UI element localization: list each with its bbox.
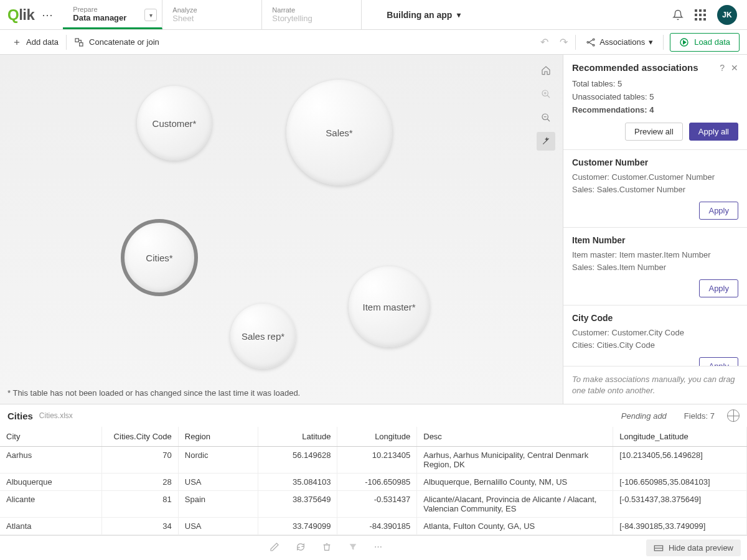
table-row[interactable]: Atlanta34USA33.749099-84.390185Atlanta, …: [0, 518, 747, 535]
hide-preview-label: Hide data preview: [669, 543, 733, 553]
bubble-sales[interactable]: Sales*: [286, 80, 392, 185]
chevron-down-icon: ▾: [649, 37, 653, 47]
add-data-button[interactable]: Add data: [5, 30, 66, 54]
recommendation-item: City Code Customer: Customer.City Code C…: [563, 305, 747, 365]
column-header[interactable]: Cities.City Code: [102, 427, 179, 447]
bubble-customer[interactable]: Customer*: [137, 86, 212, 161]
table-cell: -0.531437: [337, 491, 417, 518]
app-launcher-icon[interactable]: [695, 9, 706, 21]
hide-preview-button[interactable]: Hide data preview: [646, 539, 741, 556]
bubble-item-master[interactable]: Item master*: [349, 266, 430, 347]
nav-tab-prepare[interactable]: Prepare Data manager ▾: [63, 0, 162, 29]
table-cell: 38.375649: [258, 491, 337, 518]
globe-icon[interactable]: [727, 409, 740, 422]
column-header[interactable]: Longitude_Latitude: [613, 427, 747, 447]
column-header[interactable]: City: [0, 427, 102, 447]
rec-line: Item master: Item master.Item Number: [572, 249, 738, 261]
load-data-label: Load data: [694, 37, 730, 47]
svg-point-5: [593, 39, 595, 40]
chevron-down-icon[interactable]: ▾: [144, 9, 157, 21]
table-cell: 28: [102, 474, 179, 491]
more-icon[interactable]: ⋯: [374, 542, 382, 554]
svg-rect-2: [75, 39, 78, 42]
chevron-down-icon: ▾: [457, 11, 461, 19]
add-data-label: Add data: [26, 37, 59, 47]
table-cell: 81: [102, 491, 179, 518]
rec-line: Customer: Customer.Customer Number: [572, 171, 738, 184]
rec-title: Customer Number: [572, 157, 738, 167]
load-data-button[interactable]: Load data: [670, 33, 740, 52]
column-header[interactable]: Desc: [417, 427, 613, 447]
associations-canvas[interactable]: Customer* Sales* Cities* Item master* Sa…: [0, 55, 563, 404]
preview-status: Pending add: [621, 411, 667, 421]
more-icon[interactable]: ⋯: [39, 8, 55, 22]
column-header[interactable]: Longitude: [337, 427, 417, 447]
table-row[interactable]: Alicante81Spain38.375649-0.531437Alicant…: [0, 491, 747, 518]
bubble-sales-rep[interactable]: Sales rep*: [230, 304, 296, 369]
recommendations-panel: Recommended associations ? ✕ Total table…: [563, 55, 747, 404]
apply-button[interactable]: Apply: [699, 202, 738, 220]
refresh-icon[interactable]: [296, 542, 306, 554]
nav-label: Narrate: [272, 6, 351, 14]
nav-sublabel: Data manager: [73, 13, 152, 22]
table-cell: 70: [102, 447, 179, 474]
zoom-in-icon[interactable]: [537, 85, 555, 103]
associations-dropdown[interactable]: Associations ▾: [580, 37, 659, 47]
column-header[interactable]: Region: [178, 427, 258, 447]
edit-icon[interactable]: [270, 542, 280, 554]
apply-button[interactable]: Apply: [699, 279, 738, 297]
svg-point-4: [587, 41, 589, 43]
apply-button[interactable]: Apply: [699, 357, 738, 365]
svg-point-6: [593, 44, 595, 46]
table-cell: Nordic: [178, 447, 258, 474]
zoom-out-icon[interactable]: [537, 108, 555, 127]
filter-icon[interactable]: [348, 542, 358, 554]
table-cell: 56.149628: [258, 447, 337, 474]
bubble-cities[interactable]: Cities*: [125, 223, 194, 292]
preview-field-count: Fields: 7: [684, 411, 715, 421]
apply-all-button[interactable]: Apply all: [689, 123, 738, 141]
nav-sublabel: Storytelling: [272, 14, 351, 23]
preview-table: CityCities.City CodeRegionLatitudeLongit…: [0, 427, 747, 535]
nav-tab-narrate[interactable]: Narrate Storytelling: [262, 0, 362, 29]
help-icon[interactable]: ?: [720, 63, 725, 73]
table-cell: -84.390185: [337, 518, 417, 535]
redo-icon: ↷: [556, 36, 571, 48]
table-row[interactable]: Aarhus70Nordic56.14962810.213405Aarhus, …: [0, 447, 747, 474]
table-cell: Atlanta: [0, 518, 102, 535]
panel-hint: To make associations manually, you can d…: [563, 366, 747, 404]
magic-wand-icon[interactable]: [537, 132, 555, 151]
rec-line: Sales: Sales.Customer Number: [572, 184, 738, 196]
undo-icon: ↶: [537, 36, 552, 48]
delete-icon[interactable]: [322, 542, 332, 554]
concatenate-button[interactable]: Concatenate or join: [67, 30, 167, 54]
canvas-footnote: * This table has not been loaded or has …: [7, 388, 300, 398]
preview-all-button[interactable]: Preview all: [625, 123, 683, 141]
column-header[interactable]: Latitude: [258, 427, 337, 447]
app-title[interactable]: Building an app ▾: [362, 0, 672, 29]
table-cell: Alicante/Alacant, Provincia de Alicante …: [417, 491, 613, 518]
table-cell: [-84.390185,33.749099]: [613, 518, 747, 535]
table-cell: Aarhus, Aarhus Municipality, Central Den…: [417, 447, 613, 474]
table-row[interactable]: Albuquerque28USA35.084103-106.650985Albu…: [0, 474, 747, 491]
app-title-text: Building an app: [387, 10, 452, 20]
table-cell: 10.213405: [337, 447, 417, 474]
close-icon[interactable]: ✕: [731, 63, 738, 73]
table-cell: 33.749099: [258, 518, 337, 535]
preview-table-name: Cities: [7, 411, 33, 421]
concatenate-label: Concatenate or join: [89, 37, 159, 47]
bell-icon[interactable]: [672, 9, 684, 21]
recommendation-list: Customer Number Customer: Customer.Custo…: [563, 149, 747, 365]
data-preview: Cities Cities.xlsx Pending add Fields: 7…: [0, 404, 747, 535]
nav-tab-analyze[interactable]: Analyze Sheet: [162, 0, 262, 29]
avatar[interactable]: JK: [717, 5, 737, 25]
home-icon[interactable]: [537, 61, 555, 80]
recommendation-item: Item Number Item master: Item master.Ite…: [563, 227, 747, 305]
table-cell: -106.650985: [337, 474, 417, 491]
table-cell: USA: [178, 518, 258, 535]
rec-line: Sales: Sales.Item Number: [572, 261, 738, 274]
table-cell: [10.213405,56.149628]: [613, 447, 747, 474]
table-cell: Spain: [178, 491, 258, 518]
bottom-bar: ⋯ Hide data preview: [0, 535, 747, 560]
rec-line: Cities: Cities.City Code: [572, 339, 738, 352]
